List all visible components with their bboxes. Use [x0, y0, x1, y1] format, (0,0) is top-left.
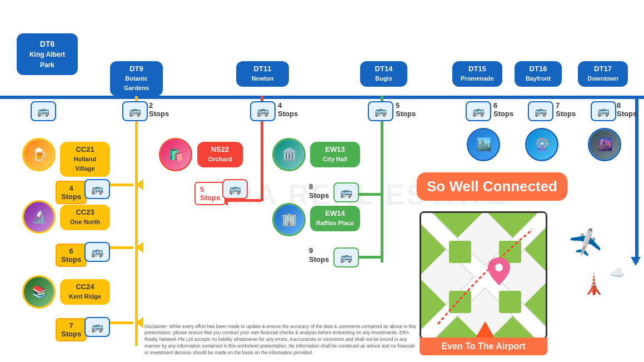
ns22-photo: 🛍️	[159, 138, 192, 171]
dt16-stops-label: Stops	[556, 110, 576, 118]
dt16-code: DT16	[530, 65, 547, 73]
dt9-count: 2	[149, 101, 153, 110]
dt17-stops-label: Stops	[617, 110, 637, 118]
map-illustration	[420, 211, 547, 339]
even-to-airport-text: Even To The Airport	[420, 338, 547, 355]
ns22-stops-box: 5 Stops	[194, 182, 226, 205]
disclaimer-text: Disclaimer: While every effort has been …	[144, 324, 417, 356]
ew14-stops-label: Stops	[309, 255, 329, 264]
cc21-photo: 🍺	[22, 138, 56, 171]
ns22-code: NS22	[211, 145, 229, 153]
cc24-arrowhead	[136, 317, 143, 328]
cc23-photo: 🔬	[22, 200, 56, 234]
dt6-transport-icon: 🚌	[31, 101, 56, 121]
so-well-connected-text: So Well Connected	[417, 172, 567, 201]
ns22-stops-lbl: Stops	[200, 194, 220, 202]
dt11-code: DT11	[254, 65, 272, 73]
dt17-transport-icon: 🚌	[591, 101, 616, 121]
dt15-stops-label: Stops	[493, 110, 513, 118]
dt15-count: 6	[493, 101, 497, 110]
dt14-transport-icon: 🚌	[368, 101, 393, 121]
ew13-photo: 🏛️	[272, 138, 306, 171]
cc21-code: CC21	[76, 145, 94, 153]
station-dt17: DT17 Downtown	[578, 61, 628, 87]
svg-rect-14	[449, 291, 471, 313]
cc23-arrowhead	[136, 242, 143, 253]
station-dt11: DT11 Newton	[236, 61, 289, 87]
dt17-code: DT17	[594, 65, 612, 73]
svg-rect-12	[449, 241, 471, 263]
top-blue-line	[0, 96, 644, 99]
dt11-stops-count: 4	[278, 101, 282, 110]
cc23-code: CC23	[76, 208, 94, 216]
dt11-transport-icon: 🚌	[250, 101, 276, 121]
cc24-stops-val: 7	[69, 321, 73, 330]
cc24-stops-lbl: Stops	[61, 330, 81, 338]
cc24-badge: CC24 Kent Ridge	[60, 279, 110, 305]
station-dt15: DT15 Promenade	[452, 61, 502, 87]
dt14-stops-label: Stops	[396, 110, 416, 118]
cc21-stops-arrow: 4 Stops	[56, 181, 87, 204]
ew14-badge: EW14 Raffles Place	[310, 206, 360, 231]
dt9-transport-icon: 🚌	[122, 101, 148, 121]
ns22-name: Orchard	[208, 156, 232, 162]
cc23-badge: CC23 One North	[60, 205, 110, 230]
dt11-stops-label: Stops	[278, 110, 298, 118]
promenade-photo: 🏙️	[467, 128, 500, 161]
dt15-transport-icon: 🚌	[466, 101, 491, 121]
dt6-code: DT6	[40, 39, 54, 48]
station-dt9: DT9 Botanic Gardens	[110, 61, 163, 96]
dt16-name: Bayfront	[526, 75, 551, 82]
dt9-stops-label: Stops	[149, 110, 169, 118]
green-vert-line2	[381, 207, 383, 262]
ew14-photo: 🏢	[272, 203, 306, 236]
dt11-count: 4	[278, 101, 282, 110]
cc23-stops-val: 6	[69, 247, 73, 255]
dt14-name: Bugis	[375, 75, 392, 82]
cc24-photo: 📚	[22, 275, 56, 309]
cc24-transport: 🚌	[84, 317, 110, 337]
cc21-stops-lbl: Stops	[61, 192, 81, 201]
yellow-vert-line	[135, 96, 138, 346]
cc23-name: One North	[70, 219, 100, 225]
dt17-stops-count: 8	[617, 101, 621, 110]
ew14-transport: 🚌	[333, 247, 359, 267]
ew13-stops-count: 8	[309, 182, 313, 191]
cc24-code: CC24	[76, 282, 94, 291]
cc21-transport: 🚌	[84, 179, 110, 199]
ns22-transport: 🚌	[222, 179, 248, 199]
dt15-name: Promenade	[461, 75, 494, 82]
dt14-stops-count: 5	[396, 101, 400, 110]
dt15-stops-count: 6	[493, 101, 497, 110]
cc23-stops-lbl: Stops	[61, 255, 81, 264]
ew13-name: City Hall	[323, 156, 347, 162]
cc21-badge: CC21 Holland Village	[60, 142, 110, 177]
dt16-count: 7	[556, 101, 560, 110]
ew13-badge: EW13 City Hall	[310, 142, 360, 167]
cc24-stops-arrow: 7 Stops	[56, 318, 87, 341]
dt14-count: 5	[396, 101, 400, 110]
station-dt14: DT14 Bugis	[360, 61, 407, 87]
dt14-code: DT14	[375, 65, 393, 73]
ew14-code: EW14	[325, 209, 345, 217]
dt16-stops-count: 7	[556, 101, 560, 110]
cc21-name: Holland Village	[74, 156, 96, 172]
dt17-count: 8	[617, 101, 621, 110]
cloud-icon: ☁️	[610, 266, 625, 280]
dt17-name: Downtown	[587, 75, 618, 82]
cc23-stops-arrow: 6 Stops	[56, 244, 87, 267]
dt9-name: Botanic Gardens	[124, 75, 149, 91]
dt9-code: DT9	[129, 65, 143, 73]
dt6-name: King Albert Park	[29, 51, 65, 69]
cc23-transport: 🚌	[84, 242, 110, 262]
control-tower-icon: 🗼	[581, 272, 606, 296]
bayfront-photo: 🎡	[525, 128, 558, 161]
downtown-photo: 🌆	[588, 128, 621, 161]
blue-arrow-down	[635, 96, 638, 262]
dt9-stops-count: 2	[149, 101, 153, 110]
ew13-transport: 🚌	[333, 182, 359, 202]
station-dt6: DT6 King Albert Park	[17, 33, 78, 75]
cc24-name: Kent Ridge	[69, 293, 101, 300]
ew14-name: Raffles Place	[316, 220, 354, 226]
dt16-transport-icon: 🚌	[528, 101, 553, 121]
